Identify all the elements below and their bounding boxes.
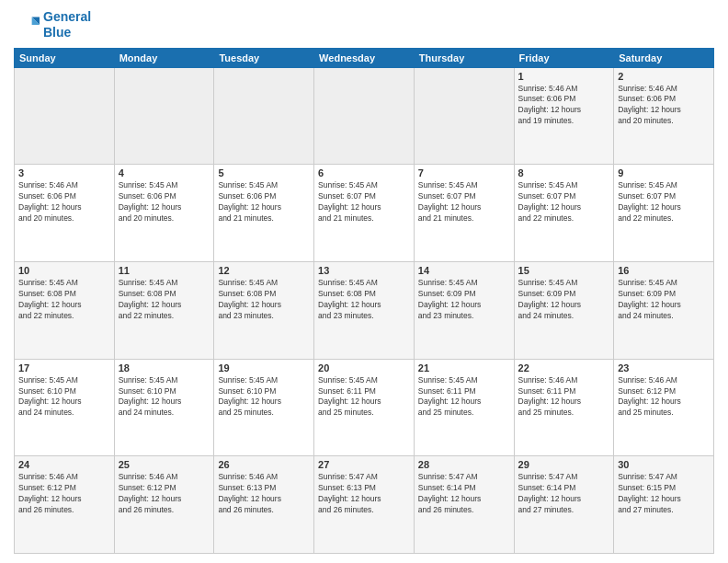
day-number: 21	[418, 362, 510, 373]
day-number: 6	[318, 167, 410, 178]
day-info: Sunrise: 5:45 AM Sunset: 6:09 PM Dayligh…	[418, 278, 510, 322]
day-info: Sunrise: 5:46 AM Sunset: 6:06 PM Dayligh…	[518, 84, 610, 128]
header: General Blue	[14, 9, 714, 40]
calendar-cell: 15Sunrise: 5:45 AM Sunset: 6:09 PM Dayli…	[514, 261, 614, 359]
calendar-cell: 22Sunrise: 5:46 AM Sunset: 6:11 PM Dayli…	[514, 359, 614, 456]
calendar-cell: 7Sunrise: 5:45 AM Sunset: 6:07 PM Daylig…	[414, 165, 514, 262]
day-info: Sunrise: 5:45 AM Sunset: 6:08 PM Dayligh…	[18, 278, 110, 322]
calendar-cell: 21Sunrise: 5:45 AM Sunset: 6:11 PM Dayli…	[414, 359, 514, 456]
day-number: 12	[218, 265, 310, 276]
day-info: Sunrise: 5:46 AM Sunset: 6:12 PM Dayligh…	[618, 375, 710, 419]
day-info: Sunrise: 5:45 AM Sunset: 6:10 PM Dayligh…	[218, 375, 310, 419]
calendar-table: SundayMondayTuesdayWednesdayThursdayFrid…	[14, 48, 714, 554]
calendar-cell: 28Sunrise: 5:47 AM Sunset: 6:14 PM Dayli…	[414, 456, 514, 554]
calendar-cell: 12Sunrise: 5:45 AM Sunset: 6:08 PM Dayli…	[214, 261, 314, 359]
calendar-cell: 19Sunrise: 5:45 AM Sunset: 6:10 PM Dayli…	[214, 359, 314, 456]
day-number: 2	[618, 71, 710, 82]
day-info: Sunrise: 5:45 AM Sunset: 6:08 PM Dayligh…	[318, 278, 410, 322]
day-number: 9	[618, 167, 710, 178]
weekday-header: Friday	[514, 48, 614, 67]
day-number: 24	[18, 459, 110, 470]
day-number: 4	[119, 167, 210, 178]
weekday-header: Saturday	[614, 48, 714, 67]
calendar-cell: 14Sunrise: 5:45 AM Sunset: 6:09 PM Dayli…	[414, 261, 514, 359]
calendar-cell	[15, 67, 115, 165]
day-info: Sunrise: 5:45 AM Sunset: 6:07 PM Dayligh…	[518, 180, 610, 224]
day-number: 10	[18, 265, 110, 276]
calendar-cell: 27Sunrise: 5:47 AM Sunset: 6:13 PM Dayli…	[314, 456, 415, 554]
calendar-cell: 18Sunrise: 5:45 AM Sunset: 6:10 PM Dayli…	[114, 359, 214, 456]
day-number: 22	[518, 362, 610, 373]
day-number: 28	[418, 459, 510, 470]
day-number: 29	[518, 459, 610, 470]
calendar-cell: 26Sunrise: 5:46 AM Sunset: 6:13 PM Dayli…	[214, 456, 314, 554]
calendar-cell: 20Sunrise: 5:45 AM Sunset: 6:11 PM Dayli…	[314, 359, 415, 456]
day-info: Sunrise: 5:45 AM Sunset: 6:08 PM Dayligh…	[119, 278, 210, 322]
day-number: 14	[418, 265, 510, 276]
calendar-cell: 30Sunrise: 5:47 AM Sunset: 6:15 PM Dayli…	[614, 456, 714, 554]
calendar-cell	[214, 67, 314, 165]
page: General Blue SundayMondayTuesdayWednesda…	[0, 0, 728, 563]
day-number: 25	[119, 459, 210, 470]
weekday-header: Monday	[114, 48, 214, 67]
weekday-header: Wednesday	[314, 48, 415, 67]
day-number: 8	[518, 167, 610, 178]
calendar-week-row: 10Sunrise: 5:45 AM Sunset: 6:08 PM Dayli…	[15, 261, 714, 359]
calendar-week-row: 1Sunrise: 5:46 AM Sunset: 6:06 PM Daylig…	[15, 67, 714, 165]
day-info: Sunrise: 5:45 AM Sunset: 6:09 PM Dayligh…	[618, 278, 710, 322]
day-info: Sunrise: 5:47 AM Sunset: 6:14 PM Dayligh…	[418, 472, 510, 516]
day-number: 20	[318, 362, 410, 373]
day-info: Sunrise: 5:46 AM Sunset: 6:13 PM Dayligh…	[218, 472, 310, 516]
calendar-cell	[414, 67, 514, 165]
calendar-cell: 29Sunrise: 5:47 AM Sunset: 6:14 PM Dayli…	[514, 456, 614, 554]
day-info: Sunrise: 5:45 AM Sunset: 6:07 PM Dayligh…	[418, 180, 510, 224]
logo-icon	[14, 12, 40, 38]
day-info: Sunrise: 5:46 AM Sunset: 6:06 PM Dayligh…	[18, 180, 110, 224]
calendar-cell: 25Sunrise: 5:46 AM Sunset: 6:12 PM Dayli…	[114, 456, 214, 554]
calendar-cell	[114, 67, 214, 165]
calendar-header-row: SundayMondayTuesdayWednesdayThursdayFrid…	[15, 48, 714, 67]
calendar-cell: 13Sunrise: 5:45 AM Sunset: 6:08 PM Dayli…	[314, 261, 415, 359]
calendar-cell: 3Sunrise: 5:46 AM Sunset: 6:06 PM Daylig…	[15, 165, 115, 262]
day-number: 17	[18, 362, 110, 373]
day-number: 1	[518, 71, 610, 82]
calendar-cell: 8Sunrise: 5:45 AM Sunset: 6:07 PM Daylig…	[514, 165, 614, 262]
day-info: Sunrise: 5:45 AM Sunset: 6:10 PM Dayligh…	[18, 375, 110, 419]
day-info: Sunrise: 5:47 AM Sunset: 6:13 PM Dayligh…	[318, 472, 410, 516]
calendar-cell: 1Sunrise: 5:46 AM Sunset: 6:06 PM Daylig…	[514, 67, 614, 165]
calendar-cell	[314, 67, 415, 165]
day-info: Sunrise: 5:45 AM Sunset: 6:09 PM Dayligh…	[518, 278, 610, 322]
day-number: 30	[618, 459, 710, 470]
day-number: 5	[218, 167, 310, 178]
calendar-cell: 17Sunrise: 5:45 AM Sunset: 6:10 PM Dayli…	[15, 359, 115, 456]
calendar-cell: 23Sunrise: 5:46 AM Sunset: 6:12 PM Dayli…	[614, 359, 714, 456]
day-number: 15	[518, 265, 610, 276]
day-info: Sunrise: 5:45 AM Sunset: 6:11 PM Dayligh…	[418, 375, 510, 419]
calendar-cell: 9Sunrise: 5:45 AM Sunset: 6:07 PM Daylig…	[614, 165, 714, 262]
logo: General Blue	[14, 9, 91, 40]
day-info: Sunrise: 5:46 AM Sunset: 6:12 PM Dayligh…	[119, 472, 210, 516]
day-number: 27	[318, 459, 410, 470]
day-number: 3	[18, 167, 110, 178]
day-info: Sunrise: 5:45 AM Sunset: 6:06 PM Dayligh…	[218, 180, 310, 224]
day-number: 13	[318, 265, 410, 276]
weekday-header: Thursday	[414, 48, 514, 67]
calendar-cell: 5Sunrise: 5:45 AM Sunset: 6:06 PM Daylig…	[214, 165, 314, 262]
day-info: Sunrise: 5:46 AM Sunset: 6:12 PM Dayligh…	[18, 472, 110, 516]
weekday-header: Sunday	[15, 48, 115, 67]
calendar-cell: 6Sunrise: 5:45 AM Sunset: 6:07 PM Daylig…	[314, 165, 415, 262]
day-info: Sunrise: 5:46 AM Sunset: 6:11 PM Dayligh…	[518, 375, 610, 419]
day-number: 16	[618, 265, 710, 276]
day-info: Sunrise: 5:46 AM Sunset: 6:06 PM Dayligh…	[618, 84, 710, 128]
day-info: Sunrise: 5:47 AM Sunset: 6:15 PM Dayligh…	[618, 472, 710, 516]
day-number: 23	[618, 362, 710, 373]
logo-text: General Blue	[43, 9, 91, 40]
calendar-cell: 10Sunrise: 5:45 AM Sunset: 6:08 PM Dayli…	[15, 261, 115, 359]
calendar-cell: 2Sunrise: 5:46 AM Sunset: 6:06 PM Daylig…	[614, 67, 714, 165]
day-info: Sunrise: 5:45 AM Sunset: 6:06 PM Dayligh…	[119, 180, 210, 224]
calendar-week-row: 24Sunrise: 5:46 AM Sunset: 6:12 PM Dayli…	[15, 456, 714, 554]
calendar-cell: 16Sunrise: 5:45 AM Sunset: 6:09 PM Dayli…	[614, 261, 714, 359]
day-number: 18	[119, 362, 210, 373]
calendar-week-row: 17Sunrise: 5:45 AM Sunset: 6:10 PM Dayli…	[15, 359, 714, 456]
day-number: 19	[218, 362, 310, 373]
